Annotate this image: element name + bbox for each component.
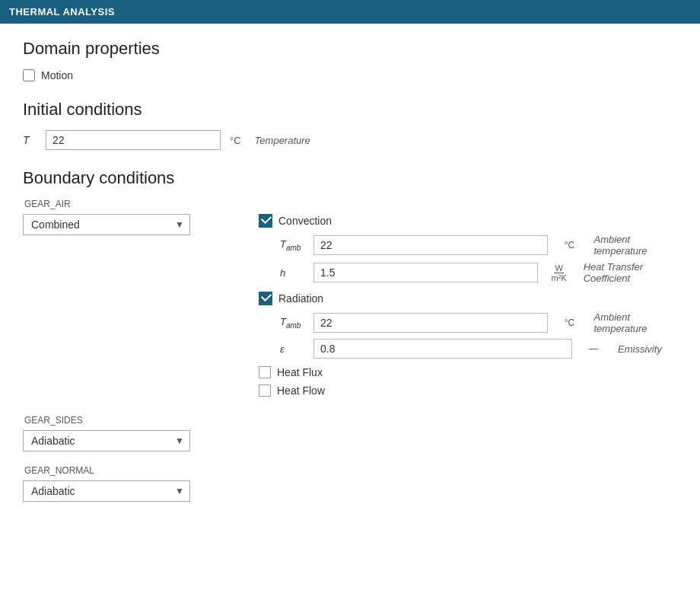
boundary-group-gear-normal: GEAR_NORMAL Adiabatic Combined Convectio…	[23, 465, 677, 502]
heat-flow-checkbox[interactable]	[259, 384, 271, 397]
convection-h-desc: Heat Transfer Coefficient	[584, 261, 677, 284]
temperature-unit: °C	[230, 135, 241, 146]
convection-params: Tamb °C Ambient temperature h W m²	[280, 234, 677, 284]
motion-checkbox[interactable]	[23, 69, 35, 81]
initial-conditions-section: Initial conditions T °C Temperature	[23, 100, 677, 150]
radiation-epsilon-label: ε	[280, 343, 307, 355]
radiation-epsilon-row: ε — Emissivity	[280, 339, 677, 359]
gear-air-dropdown[interactable]: Combined Adiabatic Convection Radiation	[23, 214, 190, 235]
convection-tamb-label: Tamb	[280, 238, 307, 252]
motion-row: Motion	[23, 69, 677, 81]
temperature-input[interactable]	[46, 130, 221, 150]
heat-flux-label: Heat Flux	[277, 366, 323, 378]
domain-properties-section: Domain properties Motion	[23, 39, 677, 81]
convection-label: Convection	[278, 215, 332, 227]
heat-flux-checkbox[interactable]	[259, 366, 271, 378]
boundary-conditions-title: Boundary conditions	[23, 168, 677, 188]
radiation-tamb-row: Tamb °C Ambient temperature	[280, 311, 677, 334]
convection-tamb-desc: Ambient temperature	[593, 234, 677, 257]
gear-sides-label: GEAR_SIDES	[24, 415, 677, 426]
temperature-label: T	[23, 134, 38, 146]
temperature-description: Temperature	[255, 135, 310, 146]
radiation-epsilon-unit: —	[578, 343, 609, 354]
radiation-epsilon-input[interactable]	[313, 339, 572, 359]
gear-air-dropdown-wrapper: Combined Adiabatic Convection Radiation …	[23, 214, 190, 235]
convection-h-label: h	[280, 267, 307, 279]
gear-air-label: GEAR_AIR	[24, 199, 677, 209]
radiation-label: Radiation	[278, 292, 323, 305]
title-bar-label: THERMAL ANALYSIS	[9, 6, 115, 18]
radiation-tamb-label: Tamb	[280, 316, 307, 330]
radiation-epsilon-desc: Emissivity	[618, 343, 662, 355]
convection-tamb-unit: °C	[554, 240, 584, 250]
boundary-conditions-section: Boundary conditions GEAR_AIR Combined Ad…	[23, 168, 677, 502]
gear-sides-dropdown[interactable]: Adiabatic Combined Convection Radiation	[23, 430, 190, 451]
convection-h-input[interactable]	[313, 263, 538, 282]
gear-normal-dropdown-wrapper: Adiabatic Combined Convection Radiation …	[23, 480, 190, 502]
motion-label: Motion	[41, 69, 73, 81]
convection-h-unit: W m²K	[544, 263, 574, 282]
radiation-tamb-input[interactable]	[313, 313, 548, 333]
radiation-tamb-desc: Ambient temperature	[593, 311, 677, 334]
radiation-params: Tamb °C Ambient temperature ε — Emissivi…	[280, 311, 677, 359]
radiation-tamb-unit: °C	[554, 317, 584, 328]
domain-properties-title: Domain properties	[23, 39, 677, 59]
gear-sides-dropdown-wrapper: Adiabatic Combined Convection Radiation …	[23, 430, 190, 451]
heat-flow-row: Heat Flow	[259, 384, 677, 397]
temperature-row: T °C Temperature	[23, 130, 677, 150]
heat-flux-row: Heat Flux	[259, 366, 677, 378]
title-bar: THERMAL ANALYSIS	[0, 0, 700, 24]
gear-normal-label: GEAR_NORMAL	[24, 465, 677, 476]
initial-conditions-title: Initial conditions	[23, 100, 677, 120]
radiation-checkbox[interactable]	[259, 292, 272, 305]
convection-tamb-input[interactable]	[313, 235, 548, 255]
boundary-group-gear-sides: GEAR_SIDES Adiabatic Combined Convection…	[23, 415, 677, 451]
convection-checkbox[interactable]	[259, 214, 272, 228]
boundary-group-gear-air: GEAR_AIR Combined Adiabatic Convection R…	[23, 199, 677, 401]
radiation-row: Radiation	[259, 292, 677, 305]
gear-air-options: Convection Tamb °C Ambient temperature h	[259, 214, 677, 401]
convection-h-row: h W m²K Heat Transfer Coefficient	[280, 261, 677, 284]
heat-flow-label: Heat Flow	[277, 384, 325, 397]
convection-tamb-row: Tamb °C Ambient temperature	[280, 234, 677, 257]
convection-row: Convection	[259, 214, 677, 228]
gear-normal-dropdown[interactable]: Adiabatic Combined Convection Radiation	[23, 480, 190, 502]
